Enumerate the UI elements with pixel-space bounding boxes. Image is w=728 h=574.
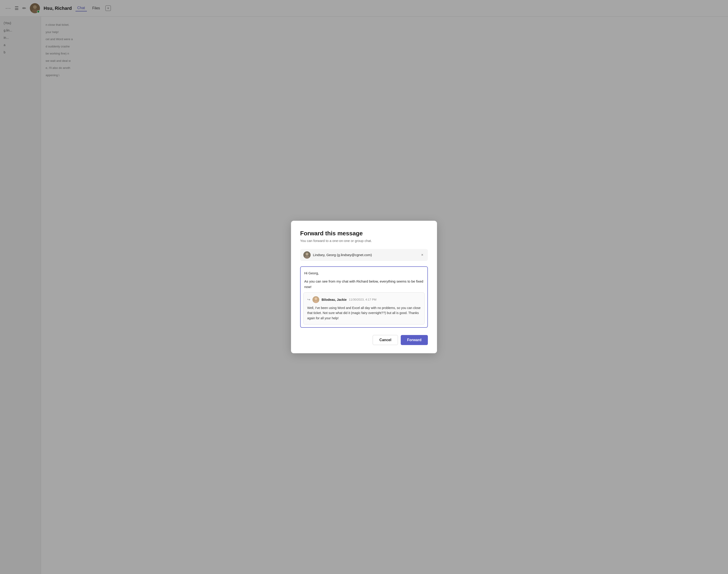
forward-message-modal: Forward this message You can forward to … (291, 221, 437, 353)
recipient-avatar (303, 251, 311, 259)
svg-point-4 (306, 253, 308, 255)
compose-text: Hi Georg, As you can see from my chat wi… (300, 267, 428, 292)
forward-button[interactable]: Forward (401, 335, 428, 345)
forwarded-sender-name: Bilodeau, Jackie (322, 298, 347, 301)
svg-point-7 (315, 297, 317, 300)
forward-arrow-icon: ↪ (307, 297, 310, 302)
cancel-button[interactable]: Cancel (373, 335, 398, 345)
modal-overlay: Forward this message You can forward to … (0, 0, 728, 574)
recipient-remove-button[interactable]: × (420, 252, 425, 257)
modal-title: Forward this message (300, 230, 428, 237)
forwarded-timestamp: 11/30/2023, 4:17 PM (349, 298, 376, 301)
forwarded-message-quote: ↪ Bilodeau, Jackie 11/30/2023, 4:17 PM W… (303, 292, 425, 325)
modal-actions: Cancel Forward (300, 335, 428, 345)
compose-paragraph-1: Hi Georg, (304, 271, 424, 276)
compose-paragraph-2: As you can see from my chat with Richard… (304, 279, 424, 290)
message-compose-area[interactable]: Hi Georg, As you can see from my chat wi… (300, 266, 428, 328)
forwarded-sender-avatar (313, 296, 319, 303)
modal-subtitle: You can forward to a one-on-one or group… (300, 239, 428, 243)
recipient-field[interactable]: Lindsey, Georg (g.lindsey@cgnet.com) × (300, 249, 428, 261)
forwarded-message-header: ↪ Bilodeau, Jackie 11/30/2023, 4:17 PM (307, 296, 421, 303)
recipient-name: Lindsey, Georg (g.lindsey@cgnet.com) (313, 253, 417, 257)
forwarded-message-body: Well, I've been using Word and Excel all… (307, 305, 421, 321)
